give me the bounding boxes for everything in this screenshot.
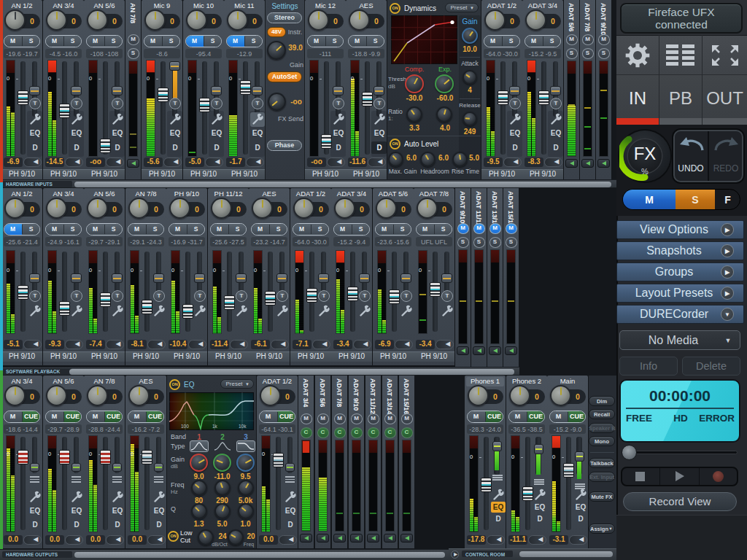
svg-text:10k: 10k: [239, 424, 247, 429]
svg-text:1k: 1k: [212, 424, 218, 429]
svg-text:100: 100: [181, 424, 189, 429]
